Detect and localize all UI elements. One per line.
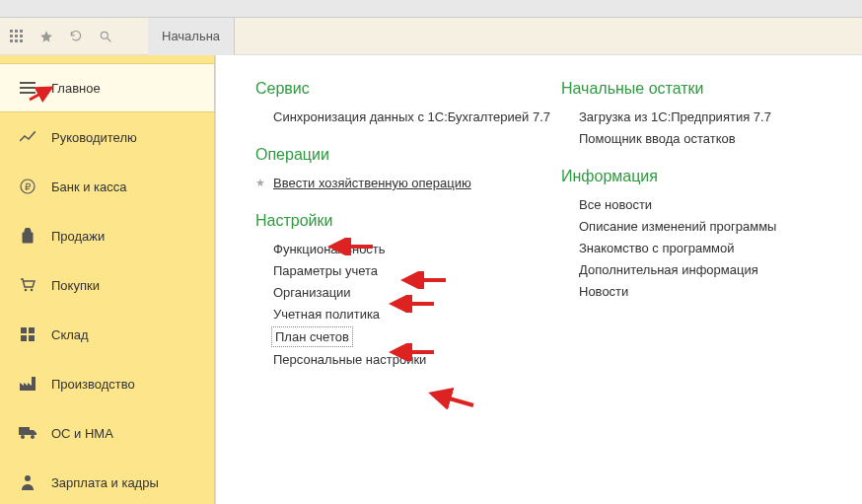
truck-icon xyxy=(18,427,37,439)
link-load-1c77[interactable]: Загрузка из 1С:Предприятия 7.7 xyxy=(579,109,771,124)
sidebar-item-production[interactable]: Производство xyxy=(0,359,214,408)
section-info: Информация xyxy=(561,168,837,185)
tab-label: Начальна xyxy=(162,29,220,43)
section-operations: Операции xyxy=(255,146,561,164)
svg-rect-22 xyxy=(19,427,30,435)
svg-rect-8 xyxy=(20,39,23,42)
svg-text:₽: ₽ xyxy=(25,181,32,192)
sidebar-label: Склад xyxy=(51,327,89,342)
link-chart-of-accounts[interactable]: План счетов xyxy=(273,328,351,345)
svg-line-10 xyxy=(108,37,111,41)
link-all-news[interactable]: Все новости xyxy=(579,197,652,212)
sidebar-label: Банк и касса xyxy=(51,180,127,194)
svg-rect-4 xyxy=(15,35,18,37)
history-icon[interactable] xyxy=(69,30,83,43)
search-icon[interactable] xyxy=(99,30,112,43)
link-accounting-params[interactable]: Параметры учета xyxy=(273,263,378,278)
svg-rect-6 xyxy=(10,39,13,42)
cart-icon xyxy=(18,278,37,292)
svg-point-24 xyxy=(31,435,35,439)
sidebar-item-hr[interactable]: Зарплата и кадры xyxy=(0,458,214,504)
link-balance-assistant[interactable]: Помощник ввода остатков xyxy=(579,131,736,146)
sidebar-item-sales[interactable]: Продажи xyxy=(0,211,214,260)
svg-rect-20 xyxy=(21,335,27,341)
svg-rect-21 xyxy=(29,335,35,341)
section-balances: Начальные остатки xyxy=(561,80,837,98)
sidebar-item-purchases[interactable]: Покупки xyxy=(0,260,214,310)
star-icon[interactable] xyxy=(39,30,53,43)
sidebar-label: Зарплата и кадры xyxy=(51,475,159,490)
ruble-icon: ₽ xyxy=(18,179,37,194)
svg-point-17 xyxy=(31,289,34,292)
toolbar: Начальна xyxy=(0,18,862,55)
chart-trend-icon xyxy=(18,131,37,143)
sidebar-item-manager[interactable]: Руководителю xyxy=(0,112,214,162)
svg-rect-7 xyxy=(15,39,18,42)
svg-rect-5 xyxy=(20,35,23,37)
menu-icon xyxy=(18,81,37,95)
link-personal-settings[interactable]: Персональные настройки xyxy=(273,352,426,367)
svg-rect-19 xyxy=(29,327,35,333)
boxes-icon xyxy=(18,327,37,341)
link-changelog[interactable]: Описание изменений программы xyxy=(579,219,776,234)
svg-rect-18 xyxy=(21,327,27,333)
sidebar-label: Главное xyxy=(51,81,101,96)
sidebar-label: Руководителю xyxy=(51,130,137,145)
content-panel: Сервис Синхронизация данных с 1С:Бухгалт… xyxy=(215,55,862,504)
link-functionality[interactable]: Функциональность xyxy=(273,242,386,256)
window-frame xyxy=(0,0,862,18)
svg-point-16 xyxy=(25,289,28,292)
link-intro[interactable]: Знакомство с программой xyxy=(579,241,735,255)
sidebar-item-main[interactable]: Главное xyxy=(0,63,214,112)
sidebar-item-bank[interactable]: ₽ Банк и касса xyxy=(0,162,214,211)
svg-rect-1 xyxy=(15,30,18,33)
link-additional-info[interactable]: Дополнительная информация xyxy=(579,262,758,277)
link-sync-1c77[interactable]: Синхронизация данных с 1С:Бухгалтерией 7… xyxy=(273,109,550,124)
svg-point-9 xyxy=(101,32,108,38)
link-news[interactable]: Новости xyxy=(579,284,628,299)
factory-icon xyxy=(18,377,37,391)
section-service: Сервис xyxy=(255,80,561,98)
section-settings: Настройки xyxy=(255,212,561,230)
sidebar-label: Производство xyxy=(51,377,135,392)
sidebar-label: ОС и НМА xyxy=(51,426,113,441)
link-organizations[interactable]: Организации xyxy=(273,285,351,300)
svg-rect-0 xyxy=(10,30,13,33)
svg-point-25 xyxy=(25,475,31,481)
svg-point-23 xyxy=(21,435,25,439)
sidebar-label: Продажи xyxy=(51,229,105,244)
sidebar: Главное Руководителю ₽ Банк и касса Прод… xyxy=(0,55,215,504)
svg-rect-3 xyxy=(10,35,13,37)
sidebar-item-warehouse[interactable]: Склад xyxy=(0,310,214,359)
svg-rect-2 xyxy=(20,30,23,33)
link-enter-operation[interactable]: Ввести хозяйственную операцию xyxy=(273,176,471,190)
link-accounting-policy[interactable]: Учетная политика xyxy=(273,307,380,322)
apps-icon[interactable] xyxy=(10,30,24,43)
sidebar-item-assets[interactable]: ОС и НМА xyxy=(0,408,214,458)
tab-start-page[interactable]: Начальна xyxy=(148,18,235,55)
sidebar-label: Покупки xyxy=(51,278,100,293)
person-icon xyxy=(18,474,37,490)
bag-icon xyxy=(18,228,37,244)
